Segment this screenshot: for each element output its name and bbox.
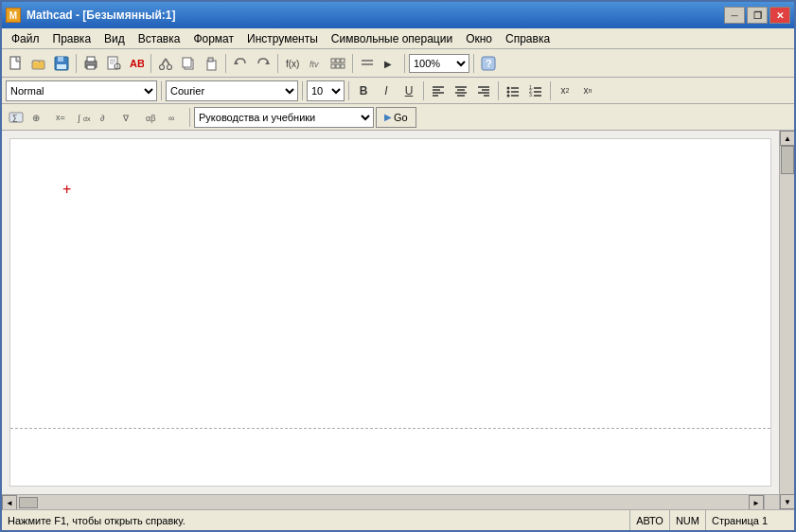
math-icon2[interactable]: ⊕ [28, 107, 49, 128]
numbered-list-button[interactable]: 1.2.3. [525, 80, 546, 101]
math-icon1[interactable]: ∑ [6, 107, 27, 128]
math-icon8[interactable]: ∞ [165, 107, 186, 128]
page-break [10, 428, 770, 429]
new-button[interactable] [6, 53, 27, 74]
align-button[interactable] [357, 53, 378, 74]
formatting-toolbar: Normal Courier 10 B I U 1.2.3. [2, 78, 794, 104]
paste-button[interactable] [201, 53, 221, 74]
svg-text:3.: 3. [529, 92, 533, 98]
app-icon: M [6, 8, 21, 23]
go-button[interactable]: ▶ Go [376, 107, 416, 128]
v-scroll-track[interactable] [780, 146, 794, 479]
standard-toolbar: ABC f(x) ftv [2, 49, 794, 78]
svg-rect-0 [10, 57, 20, 69]
undo-button[interactable] [230, 53, 251, 74]
resources-dropdown[interactable]: Руководства и учебники [194, 107, 374, 128]
menu-format[interactable]: Формат [187, 30, 239, 47]
menu-view[interactable]: Вид [98, 30, 131, 47]
svg-text:f(x): f(x) [286, 59, 299, 69]
copy-button[interactable] [178, 53, 199, 74]
superscript-button[interactable]: x2 [555, 80, 575, 101]
font-size-select[interactable]: 10 [307, 80, 345, 101]
restore-button[interactable]: ❐ [747, 7, 768, 24]
svg-point-54 [507, 94, 510, 97]
sep4 [277, 54, 278, 73]
svg-rect-27 [331, 59, 335, 62]
svg-text:∂: ∂ [100, 114, 105, 123]
fsep5 [498, 81, 499, 100]
document-area[interactable]: + [2, 131, 779, 494]
window-controls: ─ ❐ ✕ [724, 7, 790, 24]
insert-text-button[interactable]: ftv [305, 53, 326, 74]
svg-text:ABC: ABC [130, 58, 144, 69]
cut-button[interactable] [155, 53, 176, 74]
matrix-button[interactable] [327, 53, 348, 74]
close-button[interactable]: ✕ [769, 7, 790, 24]
font-select[interactable]: Courier [166, 80, 298, 101]
zoom-select[interactable]: 100% 50% 75% 125% 150% 200% [409, 54, 469, 73]
document-page[interactable]: + [9, 138, 771, 487]
bold-button[interactable]: B [353, 80, 374, 101]
menu-tools[interactable]: Инструменты [241, 30, 324, 47]
help-button[interactable]: ? [478, 53, 499, 74]
cursor-cross: + [62, 182, 71, 197]
svg-rect-7 [87, 65, 95, 69]
svg-line-17 [162, 59, 166, 65]
menu-edit[interactable]: Правка [47, 30, 97, 47]
svg-text:x=: x= [56, 113, 65, 122]
math-icon3[interactable]: x= [51, 107, 72, 128]
insert-math-button[interactable]: f(x) [282, 53, 303, 74]
print-button[interactable] [80, 53, 101, 74]
bullet-list-button[interactable] [503, 80, 523, 101]
math-icon4[interactable]: ∫dx [74, 107, 95, 128]
status-page: Страница 1 [705, 510, 773, 530]
fsep6 [550, 81, 551, 100]
page-inner: + [10, 139, 770, 486]
scroll-left-arrow[interactable]: ◄ [2, 495, 17, 509]
svg-text:∇: ∇ [122, 114, 130, 123]
calculate-button[interactable]: ▶ [380, 53, 400, 74]
math-icon7[interactable]: αβ [142, 107, 163, 128]
redo-button[interactable] [253, 53, 274, 74]
menu-bar: Файл Правка Вид Вставка Формат Инструмен… [2, 28, 794, 49]
menu-file[interactable]: Файл [6, 30, 45, 47]
window-title: Mathcad - [Безымянный:1] [27, 9, 724, 22]
svg-rect-31 [336, 64, 340, 68]
spellcheck-button[interactable]: ABC [126, 53, 147, 74]
subscript-button[interactable]: xn [577, 80, 598, 101]
menu-help[interactable]: Справка [500, 30, 556, 47]
status-hint: Нажмите F1, чтобы открыть справку. [8, 515, 629, 526]
math-icon6[interactable]: ∇ [119, 107, 140, 128]
align-center-button[interactable] [451, 80, 471, 101]
scroll-right-arrow[interactable]: ► [749, 495, 764, 509]
fsep3 [348, 81, 349, 100]
scroll-corner [764, 495, 779, 509]
svg-point-52 [507, 90, 510, 93]
style-select[interactable]: Normal [6, 80, 157, 101]
minimize-button[interactable]: ─ [724, 7, 745, 24]
svg-rect-32 [341, 64, 345, 68]
h-scroll-thumb[interactable] [19, 497, 38, 508]
scroll-down-arrow[interactable]: ▼ [780, 494, 794, 509]
italic-button[interactable]: I [376, 80, 397, 101]
math-icon5[interactable]: ∂ [97, 107, 117, 128]
h-scroll-track[interactable] [17, 495, 749, 509]
svg-point-50 [507, 86, 510, 89]
v-scroll-thumb[interactable] [781, 146, 794, 174]
scroll-up-arrow[interactable]: ▲ [780, 131, 794, 146]
svg-text:?: ? [486, 58, 492, 69]
align-right-button[interactable] [473, 80, 494, 101]
menu-window[interactable]: Окно [460, 30, 498, 47]
preview-button[interactable] [103, 53, 124, 74]
svg-text:⊕: ⊕ [32, 113, 40, 123]
svg-rect-6 [87, 57, 95, 62]
menu-symbolic[interactable]: Символьные операции [326, 30, 458, 47]
open-button[interactable] [28, 53, 49, 74]
svg-rect-20 [183, 58, 191, 67]
save-button[interactable] [51, 53, 72, 74]
menu-insert[interactable]: Вставка [133, 30, 186, 47]
status-bar: Нажмите F1, чтобы открыть справку. АВТО … [2, 509, 794, 530]
underline-button[interactable]: U [398, 80, 419, 101]
align-left-button[interactable] [428, 80, 449, 101]
sep2 [150, 54, 151, 73]
